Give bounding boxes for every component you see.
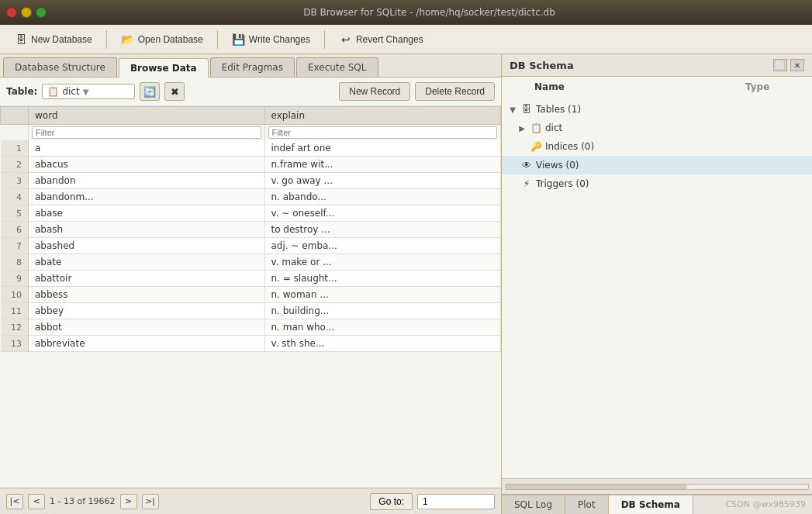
cell-explain: v. sth she... [264,336,501,352]
tree-item-views[interactable]: 👁 Views (0) [502,156,812,174]
cell-word: abash [29,222,265,238]
minimize-button[interactable] [21,7,32,18]
table-row[interactable]: 10 abbess n. woman ... [1,287,501,303]
nav-first-button[interactable]: |< [6,494,23,509]
indices-label: Indices (0) [545,141,741,152]
open-database-button[interactable]: 📂 Open Database [113,29,211,50]
table-name: dict [62,86,79,97]
table-row[interactable]: 7 abashed adj. ~ emba... [1,238,501,254]
row-number: 7 [1,238,29,254]
maximize-button[interactable] [36,7,47,18]
nav-prev-button[interactable]: < [28,494,45,509]
table-row[interactable]: 6 abash to destroy ... [1,222,501,238]
row-num-header [1,107,29,125]
table-body: 1 a indef art one 2 abacus n.frame wit..… [1,140,501,352]
nav-next-button[interactable]: > [120,494,137,509]
table-row[interactable]: 13 abbreviate v. sth she... [1,336,501,352]
revert-changes-button[interactable]: ↩ Revert Changes [331,29,431,50]
schema-header-buttons: ⬜ ✕ [773,59,804,71]
nav-last-button[interactable]: >| [142,494,159,509]
filter-explain-input[interactable] [268,126,498,139]
table-row[interactable]: 12 abbot n. man who... [1,319,501,336]
table-row[interactable]: 3 abandon v. go away ... [1,173,501,189]
new-record-button[interactable]: New Record [339,82,410,101]
table-icon: 📋 [47,86,59,97]
filter-word-cell[interactable] [29,125,265,141]
tab-db-schema[interactable]: DB Schema [609,495,693,514]
table-row[interactable]: 8 abate v. make or ... [1,254,501,271]
tree-item-indices[interactable]: 🔑 Indices (0) [502,137,812,156]
cell-explain: adj. ~ emba... [264,238,501,254]
table-row[interactable]: 5 abase v. ~ oneself... [1,205,501,222]
schema-close-button[interactable]: ✕ [790,59,804,71]
db-schema-header: DB Schema ⬜ ✕ [502,54,812,77]
cell-word: abbot [29,319,265,336]
tab-edit-pragmas[interactable]: Edit Pragmas [210,57,295,77]
close-button[interactable] [6,7,17,18]
row-number: 13 [1,336,29,352]
schema-scroll-bar[interactable] [502,478,812,494]
tables-icon: 🗄 [520,103,533,116]
filter-word-input[interactable] [32,126,261,139]
open-database-icon: 📂 [121,33,135,47]
tree-item-triggers[interactable]: ⚡ Triggers (0) [502,174,812,193]
main-area: Database Structure Browse Data Edit Prag… [0,54,812,514]
expand-dict-icon: ▶ [517,124,527,133]
cell-explain: indef art one [264,140,501,157]
goto-input[interactable] [417,494,495,509]
table-row[interactable]: 11 abbey n. building... [1,303,501,319]
row-number: 3 [1,173,29,189]
tree-column-headers: Name Type [502,77,812,97]
cell-explain: n.frame wit... [264,157,501,173]
table-selector[interactable]: 📋 dict ▼ [42,84,135,99]
filter-explain-cell[interactable] [264,125,501,141]
table-scroll[interactable]: word explain [0,106,501,488]
cell-explain: n. man who... [264,319,501,336]
dict-icon: 📋 [530,122,542,134]
views-icon: 👁 [520,159,533,171]
left-panel: Database Structure Browse Data Edit Prag… [0,54,502,514]
dict-label: dict [545,122,741,133]
restore-icon: ⬜ [776,61,785,70]
row-number: 5 [1,205,29,222]
row-number: 10 [1,287,29,303]
triggers-label: Triggers (0) [536,178,741,189]
table-row[interactable]: 4 abandonm... n. abando... [1,189,501,205]
table-row[interactable]: 1 a indef art one [1,140,501,157]
table-label: Table: [6,86,37,97]
table-row[interactable]: 9 abattoir n. = slaught... [1,271,501,287]
tab-database-structure[interactable]: Database Structure [3,57,117,77]
goto-button[interactable]: Go to: [370,493,413,510]
cell-word: abacus [29,157,265,173]
toolbar-separator-2 [217,30,218,49]
new-database-button[interactable]: 🗄 New Database [6,29,100,50]
tab-browse-data[interactable]: Browse Data [119,58,209,78]
tree-name-header: Name [534,81,742,92]
col-header-explain: explain [264,107,501,125]
clear-icon: ✖ [171,86,179,98]
row-number: 2 [1,157,29,173]
cell-word: abate [29,254,265,271]
row-number: 1 [1,140,29,157]
refresh-table-button[interactable]: 🔄 [140,82,160,101]
clear-table-button[interactable]: ✖ [164,82,185,101]
tab-execute-sql[interactable]: Execute SQL [296,57,378,77]
cell-explain: v. make or ... [264,254,501,271]
cell-word: abbreviate [29,336,265,352]
tab-sql-log[interactable]: SQL Log [502,495,565,514]
tree-item-dict[interactable]: ▶ 📋 dict [502,119,812,137]
table-row[interactable]: 2 abacus n.frame wit... [1,157,501,173]
cell-explain: v. ~ oneself... [264,205,501,222]
tree-item-tables[interactable]: ▼ 🗄 Tables (1) [502,100,812,119]
cell-word: abashed [29,238,265,254]
schema-restore-button[interactable]: ⬜ [773,59,787,71]
write-changes-button[interactable]: 💾 Write Changes [224,29,318,50]
new-database-icon: 🗄 [14,33,28,47]
table-header: word explain [1,107,501,141]
window-controls[interactable] [6,7,47,18]
cell-explain: n. woman ... [264,287,501,303]
tab-plot[interactable]: Plot [565,495,609,514]
cell-explain: n. abando... [264,189,501,205]
triggers-icon: ⚡ [520,178,533,190]
delete-record-button[interactable]: Delete Record [415,82,495,101]
